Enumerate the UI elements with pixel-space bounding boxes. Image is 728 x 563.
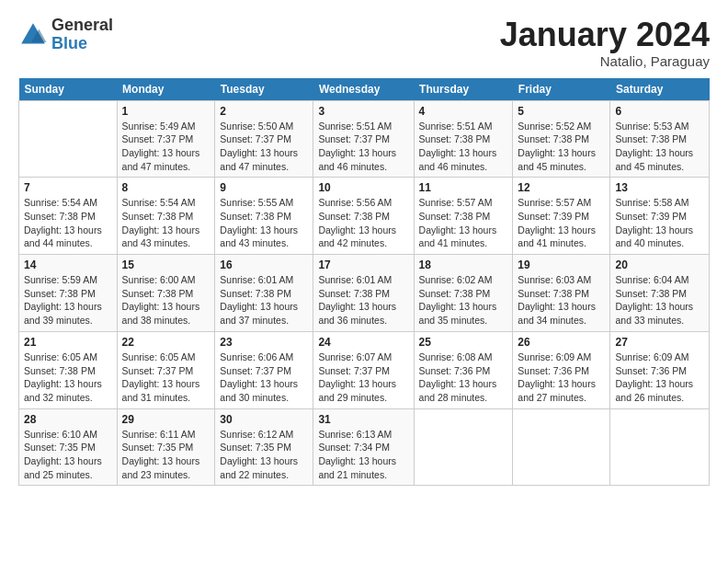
calendar-cell: 3Sunrise: 5:51 AM Sunset: 7:37 PM Daylig… <box>313 100 414 178</box>
logo-blue: Blue <box>51 35 113 53</box>
day-info: Sunrise: 6:05 AM Sunset: 7:38 PM Dayligh… <box>24 350 112 405</box>
calendar-cell: 19Sunrise: 6:03 AM Sunset: 7:38 PM Dayli… <box>513 255 610 332</box>
day-info: Sunrise: 5:52 AM Sunset: 7:38 PM Dayligh… <box>518 120 605 174</box>
day-number: 2 <box>220 105 308 118</box>
month-title: January 2024 <box>500 17 710 53</box>
day-number: 24 <box>318 336 408 349</box>
calendar-cell: 4Sunrise: 5:51 AM Sunset: 7:38 PM Daylig… <box>414 100 513 178</box>
title-block: January 2024 Natalio, Paraguay <box>500 17 710 69</box>
calendar-cell: 7Sunrise: 5:54 AM Sunset: 7:38 PM Daylig… <box>19 178 118 255</box>
day-info: Sunrise: 6:00 AM Sunset: 7:38 PM Dayligh… <box>122 273 210 327</box>
week-row-2: 7Sunrise: 5:54 AM Sunset: 7:38 PM Daylig… <box>19 178 710 255</box>
day-number: 13 <box>615 181 704 194</box>
calendar-cell: 25Sunrise: 6:08 AM Sunset: 7:36 PM Dayli… <box>414 331 513 408</box>
day-info: Sunrise: 6:01 AM Sunset: 7:38 PM Dayligh… <box>220 273 308 327</box>
day-info: Sunrise: 5:57 AM Sunset: 7:39 PM Dayligh… <box>518 196 605 250</box>
day-number: 11 <box>419 181 508 194</box>
calendar-cell: 30Sunrise: 6:12 AM Sunset: 7:35 PM Dayli… <box>215 408 313 486</box>
day-info: Sunrise: 6:09 AM Sunset: 7:36 PM Dayligh… <box>615 350 704 405</box>
page: General Blue January 2024 Natalio, Parag… <box>0 0 728 495</box>
day-info: Sunrise: 6:10 AM Sunset: 7:35 PM Dayligh… <box>24 428 112 482</box>
day-info: Sunrise: 5:51 AM Sunset: 7:37 PM Dayligh… <box>318 120 408 174</box>
calendar-cell: 9Sunrise: 5:55 AM Sunset: 7:38 PM Daylig… <box>215 178 313 255</box>
header: General Blue January 2024 Natalio, Parag… <box>18 17 710 69</box>
day-info: Sunrise: 5:49 AM Sunset: 7:37 PM Dayligh… <box>122 120 210 174</box>
day-number: 28 <box>24 413 112 426</box>
day-number: 21 <box>24 336 112 349</box>
calendar-cell: 21Sunrise: 6:05 AM Sunset: 7:38 PM Dayli… <box>19 331 118 408</box>
header-thursday: Thursday <box>414 78 513 101</box>
week-row-3: 14Sunrise: 5:59 AM Sunset: 7:38 PM Dayli… <box>19 255 710 332</box>
day-number: 20 <box>615 259 704 271</box>
calendar-body: 1Sunrise: 5:49 AM Sunset: 7:37 PM Daylig… <box>19 100 710 486</box>
day-number: 26 <box>518 336 605 349</box>
day-info: Sunrise: 6:04 AM Sunset: 7:38 PM Dayligh… <box>615 273 704 327</box>
location-subtitle: Natalio, Paraguay <box>500 53 710 69</box>
calendar-cell: 28Sunrise: 6:10 AM Sunset: 7:35 PM Dayli… <box>19 408 118 486</box>
day-info: Sunrise: 6:02 AM Sunset: 7:38 PM Dayligh… <box>419 273 508 327</box>
day-info: Sunrise: 6:09 AM Sunset: 7:36 PM Dayligh… <box>518 350 605 405</box>
calendar-cell <box>414 408 513 486</box>
header-friday: Friday <box>513 78 610 101</box>
calendar-cell <box>513 408 610 486</box>
day-number: 27 <box>615 336 704 349</box>
week-row-1: 1Sunrise: 5:49 AM Sunset: 7:37 PM Daylig… <box>19 100 710 178</box>
day-info: Sunrise: 6:03 AM Sunset: 7:38 PM Dayligh… <box>518 273 605 327</box>
day-number: 8 <box>122 181 210 194</box>
calendar-cell: 11Sunrise: 5:57 AM Sunset: 7:38 PM Dayli… <box>414 178 513 255</box>
logo-text: General Blue <box>51 17 113 53</box>
day-number: 6 <box>615 105 704 118</box>
calendar-cell <box>610 408 710 486</box>
day-info: Sunrise: 6:13 AM Sunset: 7:34 PM Dayligh… <box>318 428 408 482</box>
week-row-4: 21Sunrise: 6:05 AM Sunset: 7:38 PM Dayli… <box>19 331 710 408</box>
logo: General Blue <box>18 17 113 53</box>
day-info: Sunrise: 6:05 AM Sunset: 7:37 PM Dayligh… <box>122 350 210 405</box>
day-info: Sunrise: 6:12 AM Sunset: 7:35 PM Dayligh… <box>220 428 308 482</box>
header-saturday: Saturday <box>610 78 710 101</box>
day-number: 9 <box>220 181 308 194</box>
day-info: Sunrise: 6:06 AM Sunset: 7:37 PM Dayligh… <box>220 350 308 405</box>
day-number: 18 <box>419 259 508 271</box>
day-number: 14 <box>24 259 112 271</box>
day-info: Sunrise: 6:11 AM Sunset: 7:35 PM Dayligh… <box>122 428 210 482</box>
day-number: 10 <box>318 181 408 194</box>
calendar-cell <box>19 100 118 178</box>
day-number: 3 <box>318 105 408 118</box>
day-info: Sunrise: 5:56 AM Sunset: 7:38 PM Dayligh… <box>318 196 408 250</box>
day-info: Sunrise: 5:58 AM Sunset: 7:39 PM Dayligh… <box>615 196 704 250</box>
calendar-header: Sunday Monday Tuesday Wednesday Thursday… <box>19 78 710 101</box>
day-info: Sunrise: 5:55 AM Sunset: 7:38 PM Dayligh… <box>220 196 308 250</box>
calendar-cell: 29Sunrise: 6:11 AM Sunset: 7:35 PM Dayli… <box>117 408 215 486</box>
day-number: 4 <box>419 105 508 118</box>
calendar-cell: 16Sunrise: 6:01 AM Sunset: 7:38 PM Dayli… <box>215 255 313 332</box>
day-number: 31 <box>318 413 408 426</box>
day-number: 15 <box>122 259 210 271</box>
header-monday: Monday <box>117 78 215 101</box>
week-row-5: 28Sunrise: 6:10 AM Sunset: 7:35 PM Dayli… <box>19 408 710 486</box>
day-info: Sunrise: 6:08 AM Sunset: 7:36 PM Dayligh… <box>419 350 508 405</box>
calendar-cell: 26Sunrise: 6:09 AM Sunset: 7:36 PM Dayli… <box>513 331 610 408</box>
calendar-cell: 20Sunrise: 6:04 AM Sunset: 7:38 PM Dayli… <box>610 255 710 332</box>
calendar-cell: 27Sunrise: 6:09 AM Sunset: 7:36 PM Dayli… <box>610 331 710 408</box>
day-info: Sunrise: 6:07 AM Sunset: 7:37 PM Dayligh… <box>318 350 408 405</box>
calendar-cell: 18Sunrise: 6:02 AM Sunset: 7:38 PM Dayli… <box>414 255 513 332</box>
day-info: Sunrise: 5:59 AM Sunset: 7:38 PM Dayligh… <box>24 273 112 327</box>
day-info: Sunrise: 6:01 AM Sunset: 7:38 PM Dayligh… <box>318 273 408 327</box>
header-tuesday: Tuesday <box>215 78 313 101</box>
day-info: Sunrise: 5:54 AM Sunset: 7:38 PM Dayligh… <box>122 196 210 250</box>
calendar-cell: 10Sunrise: 5:56 AM Sunset: 7:38 PM Dayli… <box>313 178 414 255</box>
day-number: 7 <box>24 181 112 194</box>
calendar-cell: 6Sunrise: 5:53 AM Sunset: 7:38 PM Daylig… <box>610 100 710 178</box>
logo-icon <box>18 20 48 50</box>
calendar-cell: 17Sunrise: 6:01 AM Sunset: 7:38 PM Dayli… <box>313 255 414 332</box>
calendar-cell: 5Sunrise: 5:52 AM Sunset: 7:38 PM Daylig… <box>513 100 610 178</box>
day-number: 17 <box>318 259 408 271</box>
weekday-header-row: Sunday Monday Tuesday Wednesday Thursday… <box>19 78 710 101</box>
day-number: 19 <box>518 259 605 271</box>
day-number: 5 <box>518 105 605 118</box>
calendar-cell: 13Sunrise: 5:58 AM Sunset: 7:39 PM Dayli… <box>610 178 710 255</box>
day-number: 25 <box>419 336 508 349</box>
day-info: Sunrise: 5:51 AM Sunset: 7:38 PM Dayligh… <box>419 120 508 174</box>
day-number: 23 <box>220 336 308 349</box>
calendar-cell: 2Sunrise: 5:50 AM Sunset: 7:37 PM Daylig… <box>215 100 313 178</box>
